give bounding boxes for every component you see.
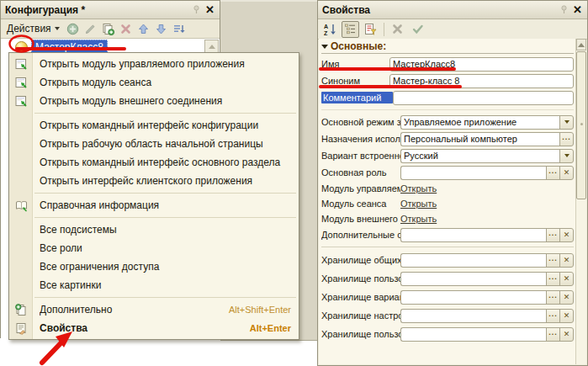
close-icon[interactable]: ✕ (204, 4, 215, 15)
section-header-main[interactable]: Основные: (321, 40, 574, 54)
common-settings-storage-input[interactable] (400, 253, 547, 268)
menu-shortcut: Alt+Shift+Enter (229, 305, 291, 315)
open-external-connection-module-link[interactable]: Открыть (400, 214, 437, 224)
data-settings-storage-input[interactable] (400, 309, 547, 323)
copy-add-icon[interactable] (100, 21, 116, 36)
edit-icon[interactable] (82, 21, 98, 36)
menu-item-label: Все роли (40, 242, 281, 254)
menu-item-open-external-connection-module[interactable]: Открыть модуль внешнего соединения (9, 92, 299, 110)
additional-dictionaries-input[interactable] (400, 228, 547, 242)
clear-button[interactable]: ✕ (559, 327, 574, 342)
add-icon[interactable] (65, 21, 81, 36)
toolbar-divider (384, 23, 384, 36)
move-down-icon[interactable] (153, 21, 169, 36)
report-variants-storage-input[interactable] (400, 290, 547, 305)
group-gap (321, 106, 574, 114)
menu-item-label: Все картинки (40, 279, 281, 291)
launch-mode-input[interactable] (400, 115, 560, 130)
menu-item-label: Открыть интерфейс клиентского приложения (40, 175, 281, 187)
prop-label: Модуль сеанса (321, 199, 400, 209)
clear-button[interactable]: ✕ (559, 309, 574, 323)
user-settings-storage-input[interactable] (400, 272, 547, 286)
menu-item-open-main-section-interface[interactable]: Открыть командный интерфейс основного ра… (9, 153, 299, 172)
open-managed-app-module-link[interactable]: Открыть (400, 183, 437, 194)
menu-item-label: Все ограничения доступа (40, 261, 281, 273)
open-session-module-link[interactable]: Открыть (400, 199, 437, 209)
sheets-plus-icon (13, 302, 29, 317)
categories-icon[interactable] (342, 21, 359, 38)
menu-item-all-access-restrictions[interactable]: Все ограничения доступа (9, 257, 299, 276)
ellipsis-button[interactable]: ... (546, 327, 560, 342)
close-icon[interactable]: ✕ (572, 4, 583, 15)
comment-input[interactable] (393, 91, 574, 105)
filter-icon[interactable] (362, 21, 379, 38)
ellipsis-button[interactable]: ... (546, 166, 560, 180)
prop-row-managed-app-module: Модуль управляемого пр Открыть (321, 181, 574, 196)
prop-label-selected[interactable]: Комментарий (321, 92, 393, 103)
prop-label: Хранилище пользователь (321, 273, 400, 284)
usage-purpose-input[interactable] (400, 132, 560, 146)
prop-label: Основная роль (321, 167, 400, 178)
svg-text:Z: Z (324, 30, 328, 36)
scroll-up-icon[interactable] (576, 39, 586, 50)
context-menu: Открыть модуль управляемого приложения О… (8, 52, 299, 340)
vertical-scrollbar[interactable] (575, 39, 586, 364)
prop-row-comment: Комментарий (321, 89, 574, 106)
move-up-icon[interactable] (135, 21, 151, 36)
ellipsis-button[interactable]: ... (546, 309, 560, 323)
scrollbar-thumb[interactable] (576, 51, 586, 199)
prop-row-main-role: Основная роль ... ✕ (321, 164, 574, 181)
prop-row-synonym: Синоним (321, 72, 574, 89)
main-role-input[interactable] (400, 166, 547, 180)
menu-separator (34, 113, 296, 114)
menu-item-open-client-app-interface[interactable]: Открыть интерфейс клиентского приложения (9, 172, 299, 190)
menu-item-open-command-interface[interactable]: Открыть командный интерфейс конфигурации (9, 116, 299, 135)
menu-item-all-subsystems[interactable]: Все подсистемы (9, 220, 299, 239)
dropdown-button[interactable] (559, 115, 574, 130)
pin-icon[interactable] (193, 3, 200, 18)
module-icon (13, 93, 29, 109)
ellipsis-button[interactable]: ... (546, 272, 560, 286)
menu-separator (34, 217, 296, 218)
ellipsis-button[interactable]: ... (546, 228, 560, 242)
menu-item-label: Открыть рабочую область начальной страни… (40, 138, 281, 150)
svg-text:A: A (324, 24, 328, 29)
menu-item-additional[interactable]: Дополнительно Alt+Shift+Enter (9, 300, 299, 319)
clear-button[interactable]: ✕ (559, 253, 574, 268)
menu-item-all-roles[interactable]: Все роли (9, 239, 299, 257)
module-icon (13, 75, 29, 90)
apply-icon[interactable] (409, 21, 426, 38)
ellipsis-button[interactable]: ... (559, 132, 574, 146)
script-variant-input[interactable] (400, 149, 560, 163)
menu-item-open-managed-app-module[interactable]: Открыть модуль управляемого приложения (9, 55, 299, 73)
clear-button[interactable]: ✕ (559, 272, 574, 286)
sort-list-icon[interactable] (171, 21, 187, 36)
prop-row-additional-dictionaries: Дополнительные словари ... ✕ (321, 226, 574, 243)
prop-label: Имя (321, 59, 389, 69)
prop-row-data-settings-storage: Хранилище настроек дан ... ✕ (321, 306, 574, 325)
menu-item-open-session-module[interactable]: Открыть модуль сеанса (9, 73, 299, 92)
menu-shortcut: Alt+Enter (250, 323, 291, 333)
name-input[interactable] (389, 57, 574, 72)
delete-icon[interactable] (118, 21, 134, 36)
dropdown-button[interactable] (559, 149, 574, 163)
menu-item-all-pictures[interactable]: Все картинки (9, 276, 299, 294)
section-header-label: Основные: (331, 40, 386, 52)
cancel-icon[interactable] (389, 21, 406, 38)
menu-item-properties[interactable]: Свойства Alt+Enter (9, 319, 299, 337)
actions-menu-button[interactable]: Действия (3, 22, 63, 35)
menu-item-open-start-page-area[interactable]: Открыть рабочую область начальной страни… (9, 135, 299, 153)
menu-item-label: Справочная информация (40, 199, 281, 211)
prop-row-user-storage: Хранилище пользователь ... ✕ (321, 325, 574, 343)
ellipsis-button[interactable]: ... (546, 290, 560, 305)
pin-icon[interactable] (560, 3, 568, 18)
synonym-input[interactable] (389, 74, 574, 88)
prop-row-external-connection-module: Модуль внешнего соедин Открыть (321, 211, 574, 226)
clear-button[interactable]: ✕ (559, 290, 574, 305)
clear-button[interactable]: ✕ (559, 228, 574, 242)
sort-az-icon[interactable]: AZ (321, 21, 339, 38)
clear-button[interactable]: ✕ (559, 166, 574, 180)
menu-item-help-info[interactable]: Справочная информация (9, 196, 299, 215)
ellipsis-button[interactable]: ... (546, 253, 560, 268)
user-storage-input[interactable] (400, 327, 547, 342)
